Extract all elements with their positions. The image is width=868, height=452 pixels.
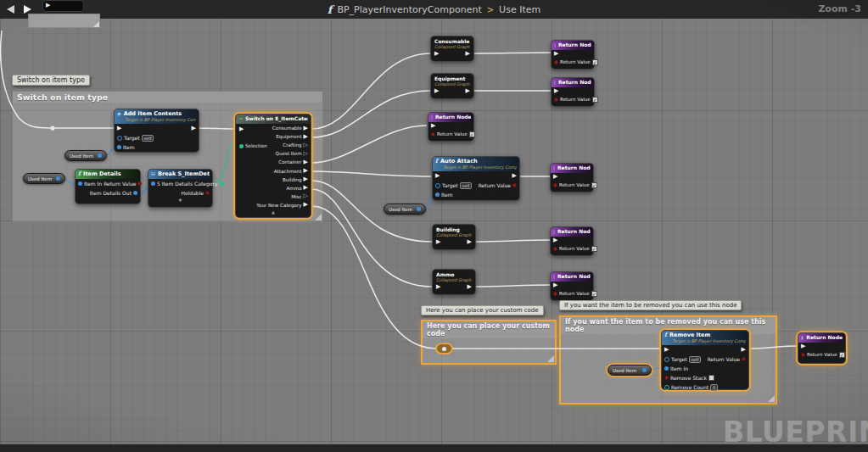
case-exec-pin[interactable]: ▶ bbox=[304, 159, 308, 165]
holdable-pin[interactable] bbox=[205, 191, 210, 195]
return-value-checkbox[interactable]: ✓ bbox=[469, 131, 475, 137]
return-value-pin[interactable] bbox=[431, 132, 435, 137]
return-value-checkbox[interactable]: ✓ bbox=[839, 352, 845, 358]
exec-in-pin[interactable]: ▶ bbox=[801, 343, 805, 349]
return-value-pin[interactable] bbox=[512, 183, 517, 187]
breadcrumb-function[interactable]: Use Item bbox=[499, 4, 540, 15]
exec-in-pin[interactable]: ▶ bbox=[664, 347, 669, 353]
node-collapsed-equipment[interactable]: Equipment Collapsed Graph ▶▶ bbox=[430, 73, 474, 99]
node-return-building[interactable]: Return Node ▶ Return Value✓ bbox=[550, 226, 594, 256]
breadcrumb-component[interactable]: BP_PlayerInventoryComponent bbox=[337, 4, 481, 15]
case-exec-pin[interactable]: ▶ bbox=[304, 126, 308, 131]
exec-out-pin[interactable]: ▶ bbox=[192, 126, 196, 131]
variable-get-used-item[interactable]: Used Item bbox=[608, 365, 652, 376]
exec-out-pin[interactable]: ▶ bbox=[742, 347, 746, 353]
node-auto-attach[interactable]: fAuto Attach Target is BP Player Invento… bbox=[432, 156, 520, 201]
comment-title[interactable]: Here you can place your custom code bbox=[423, 321, 555, 338]
return-value-pin[interactable] bbox=[553, 292, 557, 296]
reroute-node[interactable] bbox=[437, 344, 451, 353]
variable-get-used-item[interactable]: Used Item bbox=[23, 173, 65, 184]
node-return-ammo[interactable]: Return Node ▶ Return Value✓ bbox=[550, 271, 594, 301]
target-pin[interactable] bbox=[435, 183, 440, 188]
remove-count-value[interactable]: 0 bbox=[710, 384, 718, 391]
exec-in-pin[interactable]: ▶ bbox=[435, 173, 440, 179]
return-value-pin[interactable] bbox=[742, 357, 746, 361]
add-pin-arrow-icon[interactable]: ▲ bbox=[236, 209, 311, 215]
remove-stack-checkbox[interactable] bbox=[708, 375, 714, 381]
return-value-checkbox[interactable]: ✓ bbox=[591, 182, 597, 188]
item-in-pin[interactable] bbox=[78, 181, 82, 186]
return-value-pin[interactable] bbox=[554, 60, 558, 64]
exec-in-pin[interactable]: ▶ bbox=[431, 123, 435, 129]
comment-custom-code[interactable]: Here you can place your custom code bbox=[421, 320, 557, 365]
node-return-remove-item[interactable]: Return Node ▶ Return Value✓ bbox=[798, 332, 846, 364]
comment-title[interactable]: Switch on item type bbox=[13, 92, 322, 103]
item-pin[interactable] bbox=[435, 193, 440, 197]
variable-get-used-item[interactable]: Used Item bbox=[64, 150, 107, 161]
struct-in-pin[interactable] bbox=[151, 181, 155, 186]
return-value-checkbox[interactable]: ✓ bbox=[591, 246, 597, 252]
case-exec-pin[interactable]: ▶ bbox=[304, 176, 308, 182]
return-value-pin[interactable] bbox=[553, 183, 557, 187]
node-add-item-contents[interactable]: ◈Add Item Contents Target is BP Player I… bbox=[114, 109, 199, 153]
node-collapsed-consumable[interactable]: Consumable Collapsed Graph ▶▶ bbox=[430, 36, 474, 62]
exec-in-pin[interactable]: ▶ bbox=[434, 88, 439, 94]
target-pin[interactable] bbox=[664, 357, 669, 362]
node-return-consumable[interactable]: Return Node ▶ Return Value✓ bbox=[551, 40, 595, 70]
selection-pin[interactable] bbox=[239, 144, 244, 148]
comment-resize-handle[interactable] bbox=[768, 395, 775, 402]
category-pin[interactable] bbox=[220, 181, 224, 186]
case-exec-pin[interactable]: ▷ bbox=[304, 142, 308, 148]
node-return-attachment[interactable]: Return Node ▶ Return Value✓ bbox=[550, 163, 594, 193]
variable-out-pin[interactable] bbox=[56, 176, 60, 181]
remove-stack-pin[interactable] bbox=[664, 376, 669, 380]
exec-in-pin[interactable]: ▶ bbox=[239, 126, 244, 132]
comment-resize-handle[interactable] bbox=[547, 355, 554, 362]
exec-in-pin[interactable]: ▶ bbox=[434, 51, 439, 57]
case-exec-pin[interactable]: ▶ bbox=[304, 134, 308, 140]
comment-resize-handle[interactable] bbox=[315, 214, 322, 220]
node-switch-item-category[interactable]: ⇒Switch on E_ItemCategorys ▶ Selection C… bbox=[235, 114, 311, 218]
return-value-pin[interactable] bbox=[801, 353, 805, 357]
variable-get-used-item[interactable]: Used Item bbox=[384, 204, 426, 215]
collapse-arrow-icon[interactable]: ▼ bbox=[148, 198, 212, 204]
node-collapsed-ammo[interactable]: Ammo Collapsed Graph ▶▶ bbox=[432, 269, 476, 295]
exec-in-pin[interactable]: ▶ bbox=[553, 237, 557, 243]
return-value-checkbox[interactable]: ✓ bbox=[592, 59, 598, 65]
return-value-pin[interactable] bbox=[553, 247, 557, 251]
target-pin[interactable] bbox=[117, 136, 122, 141]
remove-count-pin[interactable] bbox=[664, 385, 669, 390]
node-return-equipment[interactable]: Return Node ▶ Return Value✓ bbox=[551, 77, 595, 107]
exec-in-pin[interactable]: ▶ bbox=[553, 174, 557, 180]
node-item-details[interactable]: fItem Details Item In Return Value Item … bbox=[75, 169, 141, 204]
item-details-out-pin[interactable] bbox=[133, 191, 137, 195]
exec-out-pin[interactable]: ▶ bbox=[468, 239, 472, 245]
node-break-item-details[interactable]: ⊟Break S_ItemDetails S Item Details Cate… bbox=[148, 169, 213, 208]
variable-out-pin[interactable] bbox=[417, 207, 421, 211]
exec-out-pin[interactable]: ▶ bbox=[466, 88, 470, 94]
variable-out-pin[interactable] bbox=[642, 368, 647, 372]
case-exec-pin[interactable]: ▷ bbox=[304, 151, 308, 157]
exec-in-pin[interactable]: ▶ bbox=[436, 239, 440, 245]
node-collapsed-building[interactable]: Building Collapsed Graph ▶▶ bbox=[432, 224, 476, 250]
exec-out-pin[interactable]: ▶ bbox=[466, 51, 470, 57]
item-pin[interactable] bbox=[117, 145, 121, 149]
return-value-checkbox[interactable]: ✓ bbox=[592, 97, 598, 103]
case-exec-pin[interactable]: ▶ bbox=[304, 185, 308, 191]
return-value-pin[interactable] bbox=[554, 98, 558, 102]
variable-out-pin[interactable] bbox=[98, 153, 102, 158]
blueprint-canvas[interactable]: BLUEPRINT Switch on item type Here you c… bbox=[0, 0, 868, 452]
exec-out-pin[interactable]: ▶ bbox=[512, 173, 517, 179]
exec-in-pin[interactable]: ▶ bbox=[436, 284, 440, 290]
node-return-container[interactable]: Return Node ▶ Return Value✓ bbox=[428, 112, 474, 142]
exec-in-pin[interactable]: ▶ bbox=[553, 282, 557, 288]
exec-in-pin[interactable]: ▶ bbox=[554, 88, 558, 94]
exec-in-pin[interactable]: ▶ bbox=[554, 51, 558, 57]
exec-in-pin[interactable]: ▶ bbox=[117, 126, 121, 131]
return-value-pin[interactable] bbox=[137, 181, 142, 186]
case-exec-pin[interactable]: ▷ bbox=[304, 193, 308, 199]
exec-out-pin[interactable]: ▶ bbox=[468, 284, 472, 290]
node-remove-item[interactable]: fRemove Item Target is BP Player Invento… bbox=[661, 330, 749, 390]
item-in-pin[interactable] bbox=[664, 366, 669, 371]
case-exec-pin[interactable]: ▶ bbox=[304, 202, 308, 208]
